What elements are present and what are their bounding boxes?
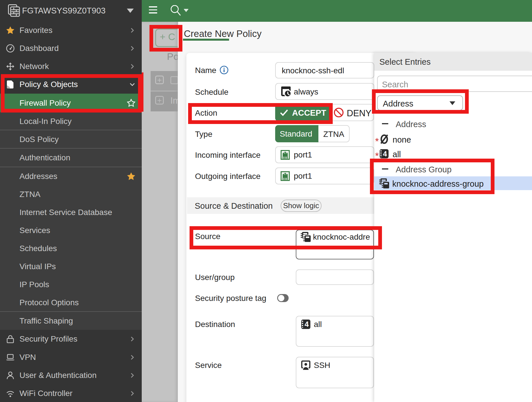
svg-text:4: 4	[383, 150, 387, 158]
svg-text:4: 4	[305, 320, 309, 328]
